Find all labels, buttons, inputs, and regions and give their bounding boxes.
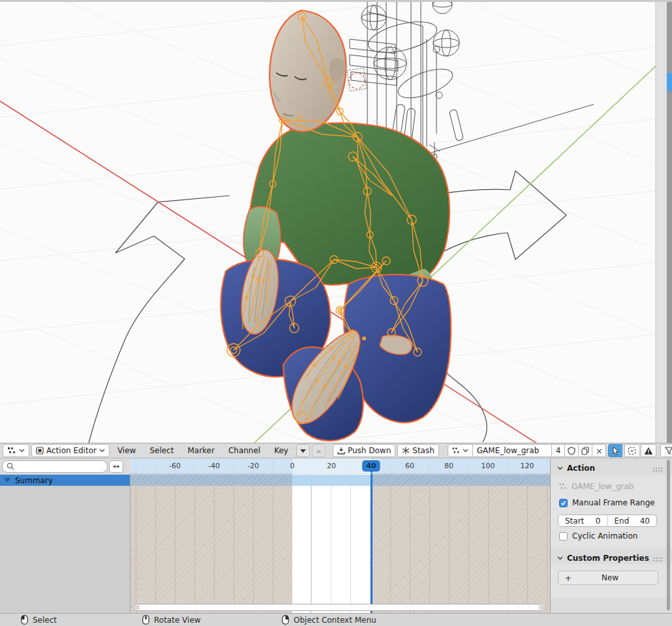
shield-icon — [568, 447, 575, 455]
channel-list: Summary — [0, 474, 130, 613]
cursor-icon — [611, 446, 620, 455]
ruler-tick: 80 — [444, 462, 453, 470]
cyclic-animation-label[interactable]: Cyclic Animation — [572, 531, 637, 541]
menu-marker[interactable]: Marker — [181, 446, 220, 455]
action-editor-icon — [36, 447, 44, 455]
sidebar-panel: Action GAME_low_grab Manual Frame Range … — [550, 458, 672, 613]
fake-user-shield-button[interactable] — [565, 444, 579, 457]
mouse-right-button-icon — [282, 615, 289, 625]
custom-properties-section-header[interactable]: Custom Properties — [557, 554, 649, 563]
action-section-title: Action — [567, 464, 595, 473]
ruler-tick: 60 — [405, 462, 414, 470]
armature-root-dot — [362, 336, 366, 340]
keyframe-area[interactable] — [130, 474, 550, 613]
new-property-button[interactable]: + New — [558, 571, 658, 585]
chevron-down-icon — [557, 556, 563, 560]
action-section-header[interactable]: Action — [557, 464, 595, 473]
drag-dots-icon[interactable] — [652, 465, 663, 474]
snowflake-icon — [402, 447, 410, 455]
ruler-tick: -20 — [247, 462, 259, 470]
ruler-tick: -40 — [208, 462, 220, 470]
mode-label: Action Editor — [46, 446, 97, 455]
action-browse-dropdown[interactable] — [448, 444, 473, 457]
plus-icon: + — [558, 573, 578, 583]
drag-dots-icon[interactable] — [652, 555, 663, 564]
new-action-copy-button[interactable] — [579, 444, 592, 457]
status-select: Select — [21, 615, 57, 625]
ruler-tick: -60 — [169, 462, 181, 470]
current-frame-indicator[interactable]: 40 — [362, 460, 380, 471]
manual-frame-range-checkbox[interactable] — [559, 499, 568, 507]
scrollbar-left-handle[interactable] — [134, 605, 140, 610]
hidden-channels-filter-button[interactable] — [624, 444, 639, 457]
chevron-down-icon — [19, 449, 25, 453]
editor-type-dropdown[interactable] — [3, 444, 29, 457]
only-selected-filter-button[interactable] — [608, 444, 622, 457]
action-name-field[interactable]: GAME_low_grab — [473, 444, 552, 457]
ruler-tick: 120 — [521, 462, 534, 470]
filters-dropdown[interactable] — [660, 444, 672, 457]
linked-action-row: GAME_low_grab — [559, 482, 634, 491]
copy-icon — [581, 447, 589, 455]
push-down-button[interactable]: Push Down — [333, 444, 395, 457]
start-frame-value: 0 — [596, 516, 601, 526]
end-frame-field[interactable]: End 40 — [608, 515, 657, 526]
linked-action-name: GAME_low_grab — [572, 482, 634, 491]
dope-sheet-editor-icon — [7, 447, 16, 455]
scrollbar-right-handle[interactable] — [539, 605, 544, 610]
viewport-top-edge — [0, 0, 672, 2]
action-icon — [559, 483, 567, 490]
manual-frame-range-row: Manual Frame Range — [559, 498, 655, 507]
stash-button[interactable]: Stash — [397, 444, 439, 457]
channel-search-input[interactable] — [2, 460, 108, 473]
frame-range-fields: Start 0 End 40 — [558, 514, 657, 527]
custom-properties-title: Custom Properties — [567, 554, 649, 563]
filter-cluster: Nearest F — [608, 444, 672, 457]
chevron-down-icon — [463, 449, 468, 453]
channel-search-row: ↔ — [0, 458, 130, 474]
expand-triangle-icon[interactable] — [4, 478, 10, 483]
triangle-up-icon — [316, 449, 322, 453]
horizontal-scrollbar[interactable] — [133, 604, 545, 611]
end-frame-value: 40 — [640, 516, 650, 526]
action-users-count[interactable]: 4 — [552, 444, 566, 457]
move-up-button-disabled[interactable] — [312, 444, 326, 457]
action-datablock: GAME_low_grab 4 × — [448, 444, 607, 457]
move-down-button[interactable] — [296, 444, 310, 457]
panel-vertical-scrollbar[interactable] — [667, 460, 670, 610]
menu-key[interactable]: Key — [268, 446, 294, 455]
viewport-right-strip — [656, 0, 667, 443]
mouse-left-button-icon — [21, 615, 28, 625]
viewport-canvas — [0, 0, 672, 443]
check-icon — [560, 500, 566, 506]
mode-dropdown[interactable]: Action Editor — [31, 444, 110, 457]
dashed-box-icon — [628, 447, 636, 455]
blender-window: Action Editor View Select Marker Channel… — [0, 0, 672, 626]
summary-band-in-range — [292, 475, 371, 486]
show-errors-filter-button[interactable] — [641, 444, 656, 457]
menu-select[interactable]: Select — [144, 446, 179, 455]
ruler-tick: 20 — [327, 462, 336, 470]
timeline-ruler[interactable]: -60 -40 -20 0 20 60 80 100 120 40 — [130, 458, 550, 474]
status-rotate-view: Rotate View — [142, 615, 201, 625]
cyclic-animation-checkbox[interactable] — [559, 532, 568, 541]
playhead-line[interactable] — [371, 474, 373, 613]
summary-channel-label: Summary — [15, 476, 53, 485]
menu-channel[interactable]: Channel — [222, 446, 266, 455]
chevron-down-icon — [99, 449, 105, 453]
manual-frame-range-label[interactable]: Manual Frame Range — [572, 498, 655, 507]
action-icon — [452, 447, 460, 455]
push-down-icon — [337, 447, 345, 455]
sidebar-toggle-tab[interactable] — [667, 73, 672, 91]
unlink-action-button[interactable]: × — [592, 444, 606, 457]
summary-channel-row[interactable]: Summary — [0, 475, 130, 486]
3d-viewport[interactable] — [0, 0, 672, 443]
cyclic-animation-row: Cyclic Animation — [559, 531, 637, 541]
ruler-tick: 100 — [481, 462, 495, 470]
chevron-down-icon — [557, 466, 563, 470]
funnel-icon — [665, 447, 672, 455]
menu-view[interactable]: View — [112, 446, 142, 455]
start-frame-field[interactable]: Start 0 — [558, 515, 608, 526]
viewport-right-edge — [667, 0, 672, 443]
expand-search-button[interactable]: ↔ — [109, 460, 123, 473]
